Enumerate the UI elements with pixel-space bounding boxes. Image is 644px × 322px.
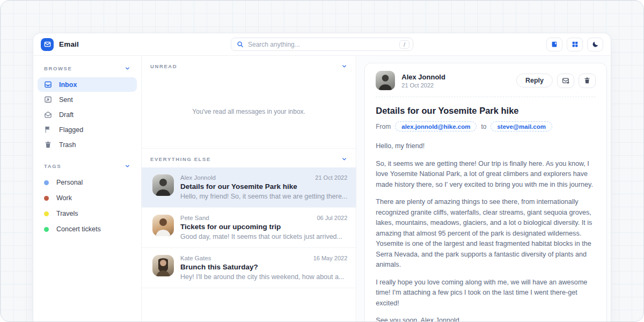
tag-color-dot (44, 196, 49, 201)
email-logo[interactable] (41, 38, 54, 51)
sidebar-item-flagged[interactable]: Flagged (38, 122, 137, 137)
trash-icon (583, 77, 591, 84)
email-sender: Pete Sand (180, 215, 209, 221)
email-preview: Good day, mate! It seems that our ticket… (180, 233, 347, 240)
email-subject: Tickets for our upcoming trip (180, 223, 347, 231)
sidebar-item-trash[interactable]: Trash (38, 137, 137, 152)
email-summary: Kate Gates 16 May 2022 Brunch this Satur… (180, 255, 347, 281)
mail-plus-icon (562, 77, 570, 85)
unread-empty-message: You've read all messages in your inbox. (142, 75, 356, 149)
email-date: 21 Oct 2022 (315, 174, 347, 181)
browse-section-header: BROWSE (38, 61, 137, 77)
email-preview: Hello, my friend! So, it seems that we a… (180, 193, 347, 200)
chevron-down-icon (125, 163, 130, 169)
browse-collapse-chevron[interactable] (125, 65, 130, 71)
app-title: Email (59, 40, 79, 48)
sidebar-item-label: Sent (59, 96, 73, 104)
trash-icon (44, 141, 52, 149)
tags-collapse-chevron[interactable] (125, 163, 130, 169)
tag-item-personal[interactable]: Personal (38, 175, 137, 190)
brand: Email (41, 38, 231, 51)
chevron-down-icon (341, 63, 347, 69)
grid-icon (572, 41, 579, 48)
address-book-button[interactable] (546, 38, 562, 52)
sidebar-item-inbox[interactable]: Inbox (38, 77, 137, 92)
reading-pane: Alex Jonnold 21 Oct 2022 Reply (356, 56, 611, 322)
everything-else-label: EVERYTHING ELSE (150, 156, 211, 162)
from-to-row: From alex.jonnold@hike.com to steve@mail… (376, 121, 596, 131)
detail-subject: Details for our Yosemite Park hike (376, 106, 596, 116)
to-email-chip[interactable]: steve@mail.com (491, 121, 552, 131)
body-paragraph: Hello, my friend! (376, 141, 596, 152)
email-list-pane: UNREAD You've read all messages in your … (142, 56, 356, 322)
tags-label: TAGS (44, 163, 61, 169)
sidebar-item-sent[interactable]: Sent (38, 92, 137, 107)
detail-sender-name: Alex Jonnold (401, 73, 445, 81)
chevron-down-icon (341, 156, 347, 162)
everything-else-collapse-chevron[interactable] (341, 156, 347, 162)
unread-section-header: UNREAD (142, 56, 356, 75)
draft-icon (44, 111, 52, 119)
email-list-item[interactable]: Pete Sand 06 Jul 2022 Tickets for our up… (142, 208, 356, 248)
search-box[interactable]: / (231, 38, 413, 51)
from-label: From (376, 123, 391, 130)
everything-else-section-header: EVERYTHING ELSE (142, 149, 356, 167)
from-email-chip[interactable]: alex.jonnold@hike.com (395, 121, 477, 131)
tag-item-travels[interactable]: Travels (38, 206, 137, 221)
tag-label: Travels (56, 210, 78, 217)
chevron-down-icon (125, 65, 130, 71)
avatar (376, 71, 395, 90)
inbox-icon (44, 80, 52, 89)
email-detail-card: Alex Jonnold 21 Oct 2022 Reply (364, 63, 607, 322)
tag-color-dot (44, 211, 49, 216)
sidebar-item-label: Trash (59, 141, 76, 149)
tags-section-header: TAGS (38, 159, 137, 174)
avatar (152, 174, 174, 196)
unread-label: UNREAD (150, 63, 177, 69)
body-paragraph: I really hope you love coming along with… (376, 277, 596, 309)
search-shortcut-badge: / (399, 40, 409, 49)
browse-label: BROWSE (44, 65, 72, 71)
tag-label: Work (56, 194, 72, 202)
sender-identity: Alex Jonnold 21 Oct 2022 (401, 73, 445, 89)
email-preview: Hey! I'll be around the city this weeken… (180, 273, 347, 281)
tag-label: Concert tickets (56, 225, 101, 233)
search-icon (237, 41, 244, 48)
book-icon (551, 41, 558, 48)
unread-collapse-chevron[interactable] (341, 63, 347, 69)
desktop-background: Email / (0, 0, 644, 322)
tag-item-concert-tickets[interactable]: Concert tickets (38, 222, 137, 237)
dark-mode-button[interactable] (587, 38, 603, 52)
tag-label: Personal (56, 179, 83, 186)
email-list-item[interactable]: Kate Gates 16 May 2022 Brunch this Satur… (142, 248, 356, 288)
sidebar-item-label: Draft (59, 111, 74, 119)
sidebar: BROWSE Inbox Sent (33, 56, 142, 322)
detail-header: Alex Jonnold 21 Oct 2022 Reply (376, 71, 596, 90)
email-body: Hello, my friend! So, it seems we are ge… (376, 141, 596, 322)
email-date: 06 Jul 2022 (317, 215, 347, 221)
moon-icon (592, 41, 599, 48)
reply-button[interactable]: Reply (516, 74, 553, 87)
email-subject: Details for our Yosemite Park hike (180, 182, 347, 191)
email-date: 16 May 2022 (313, 255, 348, 261)
detail-actions: Reply (516, 74, 596, 88)
forward-mail-button[interactable] (557, 74, 574, 88)
envelope-icon (44, 41, 51, 48)
tag-item-work[interactable]: Work (38, 191, 137, 206)
email-subject: Brunch this Saturday? (180, 263, 347, 271)
header-divider (376, 97, 596, 97)
sent-icon (44, 96, 52, 104)
email-summary: Pete Sand 06 Jul 2022 Tickets for our up… (180, 215, 347, 240)
delete-mail-button[interactable] (579, 74, 596, 88)
body-paragraph: See you soon, Alex Jonnold (376, 316, 596, 322)
email-sender: Alex Jonnold (180, 174, 216, 181)
email-list-item[interactable]: Alex Jonnold 21 Oct 2022 Details for our… (142, 167, 356, 208)
sidebar-item-label: Flagged (59, 126, 83, 134)
apps-grid-button[interactable] (567, 38, 583, 52)
search-input[interactable] (248, 41, 395, 48)
email-summary: Alex Jonnold 21 Oct 2022 Details for our… (180, 174, 347, 200)
email-sender: Kate Gates (180, 255, 211, 261)
to-label: to (481, 123, 486, 130)
sidebar-item-draft[interactable]: Draft (38, 107, 137, 122)
top-bar: Email / (33, 33, 611, 56)
